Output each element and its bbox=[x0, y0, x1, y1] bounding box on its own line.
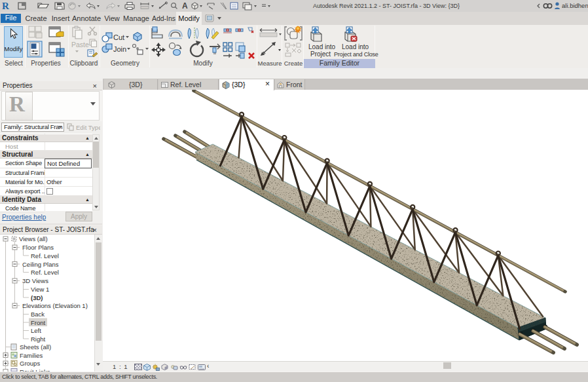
svg-text:Project: Project bbox=[310, 50, 331, 58]
svg-text:Ceiling Plans: Ceiling Plans bbox=[22, 261, 59, 268]
svg-text:Sheets (all): Sheets (all) bbox=[20, 343, 51, 351]
svg-text:Elevations (Elevation 1): Elevations (Elevation 1) bbox=[22, 302, 88, 309]
svg-text:Project and Close: Project and Close bbox=[334, 51, 378, 58]
svg-text:Cut: Cut bbox=[113, 33, 124, 41]
svg-text:(3D): (3D) bbox=[31, 294, 43, 301]
svg-text:3D Views: 3D Views bbox=[22, 277, 48, 284]
svg-text:Ref. Level: Ref. Level bbox=[31, 252, 59, 259]
svg-text:Floor Plans: Floor Plans bbox=[22, 244, 54, 251]
svg-text:Groups: Groups bbox=[20, 360, 40, 367]
svg-text:Views (all): Views (all) bbox=[19, 235, 48, 242]
svg-text:Families: Families bbox=[20, 352, 43, 359]
svg-text:Back: Back bbox=[31, 311, 45, 318]
svg-text:Load into: Load into bbox=[342, 43, 369, 50]
svg-text:R: R bbox=[2, 1, 9, 11]
svg-text:Load into: Load into bbox=[308, 43, 336, 50]
svg-text:Join: Join bbox=[113, 45, 126, 53]
svg-text:Ref. Level: Ref. Level bbox=[31, 269, 59, 276]
svg-text:Left: Left bbox=[31, 327, 41, 334]
svg-text:View 1: View 1 bbox=[31, 286, 49, 293]
svg-text:Right: Right bbox=[31, 335, 46, 343]
svg-text:Front: Front bbox=[31, 319, 46, 326]
svg-text:A: A bbox=[182, 1, 188, 10]
svg-text:Paste: Paste bbox=[71, 41, 89, 48]
